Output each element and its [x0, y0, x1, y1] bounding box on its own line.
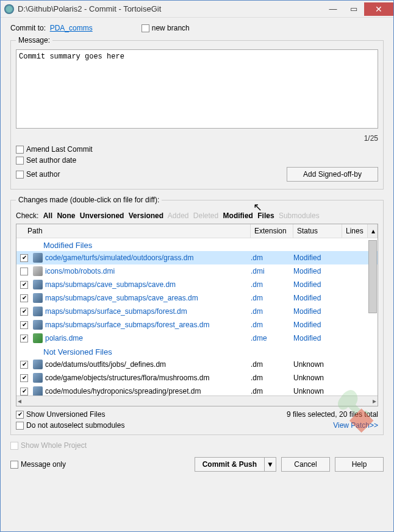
filter-unversioned[interactable]: Unversioned: [80, 211, 124, 220]
table-row[interactable]: code/modules/hydroponics/spreading/prese…: [16, 385, 378, 395]
app-icon: [4, 4, 14, 14]
table-row[interactable]: maps/submaps/cave_submaps/cave.dm.dmModi…: [16, 278, 378, 291]
table-row[interactable]: maps/submaps/cave_submaps/cave_areas.dm.…: [16, 291, 378, 305]
file-status: Unknown: [293, 387, 342, 395]
row-checkbox[interactable]: [20, 374, 28, 382]
maximize-button[interactable]: ▭: [343, 2, 364, 16]
author-date-checkbox[interactable]: [16, 157, 24, 165]
titlebar: D:\Github\Polaris2 - Commit - TortoiseGi…: [1, 1, 393, 18]
file-ext: .dm: [251, 307, 293, 316]
table-row[interactable]: code/game/turfs/simulated/outdoors/grass…: [16, 251, 378, 264]
commit-message-input[interactable]: [16, 49, 378, 129]
no-autoselect-checkbox[interactable]: [16, 422, 24, 430]
no-autoselect-label: Do not autoselect submodules: [26, 421, 124, 430]
file-status: Modified: [293, 280, 342, 289]
message-legend: Message:: [16, 36, 52, 44]
view-patch-link[interactable]: View Patch>>: [333, 421, 378, 430]
file-ext: .dm: [251, 280, 293, 289]
table-row[interactable]: maps/submaps/surface_submaps/forest_area…: [16, 318, 378, 332]
filter-submodules: Submodules: [279, 211, 320, 220]
vertical-scrollbar[interactable]: [368, 240, 377, 313]
commit-push-button[interactable]: Commit & Push: [195, 457, 264, 472]
file-ext: .dm: [251, 387, 293, 395]
signed-off-button[interactable]: Add Signed-off-by: [287, 167, 378, 182]
file-icon: [33, 386, 43, 395]
row-checkbox[interactable]: [20, 308, 28, 316]
file-ext: .dm: [251, 254, 293, 262]
changes-legend: Changes made (double-click on file for d…: [16, 196, 162, 204]
show-whole-checkbox: [10, 442, 18, 450]
message-only-checkbox[interactable]: [10, 461, 18, 469]
table-row[interactable]: code/game/objects/structures/flora/mushr…: [16, 371, 378, 385]
col-extension[interactable]: Extension: [251, 224, 293, 238]
row-checkbox[interactable]: [20, 294, 28, 302]
row-checkbox[interactable]: [20, 361, 28, 369]
filter-modified[interactable]: Modified: [223, 211, 253, 220]
author-label: Set author: [26, 170, 60, 179]
file-path: code/game/objects/structures/flora/mushr…: [45, 374, 251, 382]
file-path: maps/submaps/cave_submaps/cave.dm: [45, 280, 251, 289]
file-path: code/datums/outfits/jobs/_defines.dm: [45, 360, 251, 369]
commit-to-label: Commit to:: [10, 24, 46, 32]
file-icon: [33, 333, 43, 343]
file-icon: [33, 360, 43, 369]
amend-label: Amend Last Commit: [26, 145, 93, 154]
col-status[interactable]: Status: [293, 224, 342, 238]
row-checkbox[interactable]: [20, 254, 28, 262]
cancel-button[interactable]: Cancel: [281, 457, 330, 472]
window-title: D:\Github\Polaris2 - Commit - TortoiseGi…: [18, 4, 323, 13]
changes-group: Changes made (double-click on file for d…: [10, 196, 384, 435]
row-checkbox[interactable]: [20, 388, 28, 395]
table-row[interactable]: polaris.dme.dmeModified: [16, 332, 378, 345]
commit-push-dropdown[interactable]: ▼: [264, 457, 276, 472]
new-branch-label: new branch: [152, 24, 190, 32]
file-icon: [33, 293, 43, 303]
selection-summary: 9 files selected, 20 files total: [287, 410, 378, 419]
row-checkbox[interactable]: [20, 335, 28, 342]
table-row[interactable]: maps/submaps/surface_submaps/forest.dm.d…: [16, 305, 378, 318]
file-status: Modified: [293, 307, 342, 316]
section-header: Not Versioned Files: [16, 345, 378, 358]
show-unversioned-checkbox[interactable]: [16, 411, 24, 419]
file-icon: [33, 253, 43, 263]
horizontal-scrollbar[interactable]: ◂▸: [16, 395, 378, 406]
close-button[interactable]: ✕: [364, 2, 393, 16]
new-branch-checkbox[interactable]: [141, 24, 149, 32]
amend-checkbox[interactable]: [16, 146, 24, 154]
row-checkbox[interactable]: [20, 281, 28, 289]
show-unversioned-label: Show Unversioned Files: [26, 410, 105, 419]
file-icon: [33, 266, 43, 276]
file-table: Path Extension Status Lines ▴ Modified F…: [16, 224, 378, 406]
filter-all[interactable]: All: [43, 211, 52, 220]
file-path: maps/submaps/surface_submaps/forest.dm: [45, 307, 251, 316]
minimize-button[interactable]: —: [323, 2, 343, 16]
file-path: polaris.dme: [45, 334, 251, 342]
file-ext: .dm: [251, 360, 293, 369]
table-row[interactable]: code/datums/outfits/jobs/_defines.dm.dmU…: [16, 358, 378, 371]
filter-none[interactable]: None: [57, 211, 75, 220]
file-icon: [33, 280, 43, 289]
filter-files[interactable]: Files: [257, 211, 274, 220]
file-status: Unknown: [293, 360, 342, 369]
filter-versioned[interactable]: Versioned: [129, 211, 163, 220]
help-button[interactable]: Help: [335, 457, 384, 472]
file-path: icons/mob/robots.dmi: [45, 267, 251, 275]
filter-deleted: Deleted: [193, 211, 218, 220]
author-checkbox[interactable]: [16, 171, 24, 179]
file-icon: [33, 307, 43, 316]
filter-row: Check: All None Unversioned Versioned Ad…: [16, 211, 378, 220]
row-checkbox[interactable]: [20, 268, 28, 275]
file-ext: .dm: [251, 294, 293, 302]
table-row[interactable]: icons/mob/robots.dmi.dmiModified: [16, 264, 378, 278]
commit-branch-link[interactable]: PDA_comms: [50, 24, 93, 32]
scroll-up-icon[interactable]: ▴: [368, 224, 378, 238]
message-group: Message: 1/25 Amend Last Commit Set auth…: [10, 36, 384, 190]
file-status: Modified: [293, 334, 342, 342]
file-path: maps/submaps/cave_submaps/cave_areas.dm: [45, 294, 251, 302]
show-whole-label: Show Whole Project: [21, 441, 87, 450]
check-label: Check:: [16, 211, 38, 220]
col-path[interactable]: Path: [16, 224, 251, 238]
row-checkbox[interactable]: [20, 321, 28, 329]
file-ext: .dm: [251, 321, 293, 329]
col-lines[interactable]: Lines: [342, 224, 368, 238]
